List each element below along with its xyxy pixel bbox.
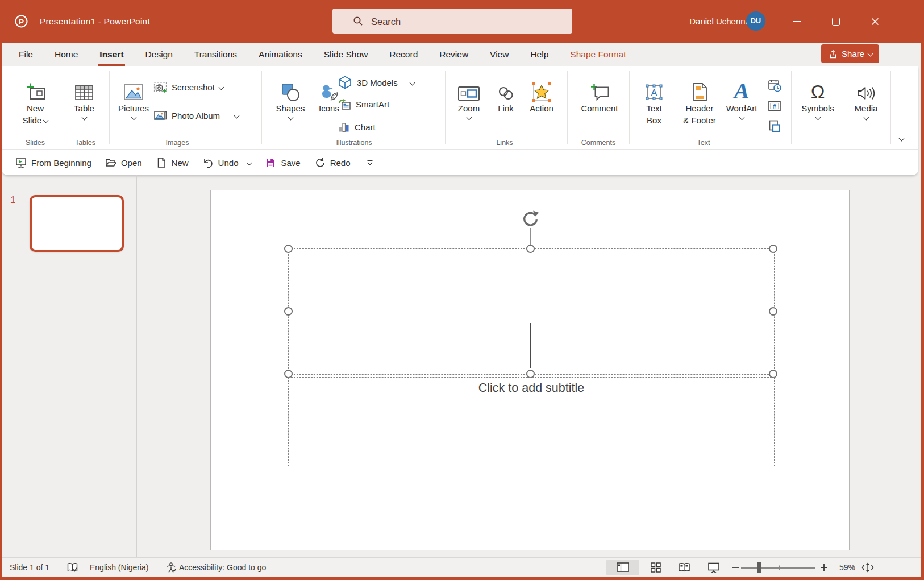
comment-icon: [589, 68, 610, 102]
tab-insert[interactable]: Insert: [99, 43, 123, 66]
avatar[interactable]: DU: [746, 11, 765, 31]
text-box-button[interactable]: A Text Box: [635, 68, 673, 138]
media-button[interactable]: Media: [849, 68, 883, 138]
3d-models-button[interactable]: 3D Models: [338, 74, 414, 91]
fit-slide-to-window-button[interactable]: [859, 560, 877, 575]
customize-qat-button[interactable]: [364, 157, 376, 168]
resize-handle-top-center[interactable]: [526, 245, 535, 253]
chevron-down-icon: [234, 113, 240, 118]
tab-help[interactable]: Help: [530, 43, 548, 66]
tab-shape-format[interactable]: Shape Format: [570, 43, 626, 66]
from-beginning-button[interactable]: From Beginning: [15, 157, 91, 168]
rotate-handle-icon[interactable]: [521, 210, 540, 229]
screenshot-button[interactable]: Screenshot: [153, 78, 223, 96]
header-footer-button[interactable]: Header & Footer: [676, 68, 723, 138]
normal-view-button[interactable]: [606, 560, 639, 575]
fit-to-window-icon: [861, 561, 874, 574]
slide-number-icon: #: [768, 100, 781, 112]
wordart-icon: A: [729, 68, 754, 102]
zoom-level[interactable]: 59%: [836, 558, 859, 577]
undo-button[interactable]: Undo: [202, 157, 252, 168]
tab-transitions[interactable]: Transitions: [194, 43, 237, 66]
zoom-in-button[interactable]: [816, 560, 832, 575]
chevron-down-icon: [288, 115, 293, 121]
user-name[interactable]: Daniel Uchenna: [689, 0, 750, 43]
share-icon: [828, 49, 838, 59]
resize-handle-middle-left[interactable]: [284, 307, 293, 316]
tab-view[interactable]: View: [490, 43, 509, 66]
search-input[interactable]: [370, 9, 560, 35]
slide-thumbnail[interactable]: [30, 195, 124, 252]
tab-review[interactable]: Review: [439, 43, 468, 66]
slide-number-button[interactable]: #: [766, 97, 783, 114]
reading-view-button[interactable]: [672, 560, 696, 575]
resize-handle-top-left[interactable]: [284, 245, 293, 253]
share-button[interactable]: Share: [821, 44, 879, 63]
accessibility-status[interactable]: Accessibility: Good to go: [179, 558, 266, 577]
symbols-button[interactable]: Ω Symbols: [800, 68, 836, 138]
wordart-button[interactable]: A WordArt: [722, 68, 761, 138]
group-separator: [567, 71, 568, 144]
search-box[interactable]: [332, 9, 572, 34]
slide-show-button[interactable]: [702, 560, 726, 575]
new-slide-button[interactable]: New Slide: [15, 68, 56, 138]
title-placeholder[interactable]: [288, 248, 775, 375]
tab-design[interactable]: Design: [145, 43, 173, 66]
group-label-tables: Tables: [48, 139, 122, 147]
save-button[interactable]: Save: [265, 157, 300, 168]
subtitle-placeholder[interactable]: Click to add subtitle: [288, 377, 775, 466]
spell-check-button[interactable]: [66, 558, 78, 577]
comment-button[interactable]: Comment: [579, 68, 620, 138]
accessibility-checker-button[interactable]: [165, 558, 177, 577]
icons-icon: [319, 68, 339, 102]
slide-sorter-view-button[interactable]: [644, 560, 668, 575]
pictures-icon: [123, 68, 144, 102]
minimize-button[interactable]: [784, 0, 810, 43]
slide-sorter-icon: [650, 562, 661, 573]
photo-album-icon: [153, 110, 167, 122]
chart-button[interactable]: Chart: [338, 118, 376, 135]
action-button[interactable]: Action: [524, 68, 559, 138]
new-button[interactable]: New: [156, 157, 189, 168]
chevron-down-icon: [739, 115, 744, 121]
zoom-button[interactable]: Zoom: [451, 68, 486, 138]
open-icon: [105, 157, 116, 168]
open-button[interactable]: Open: [105, 157, 142, 168]
minimize-icon: [793, 21, 801, 22]
chevron-down-icon: [81, 115, 87, 121]
chevron-down-icon: [466, 115, 472, 121]
smartart-icon: [338, 98, 351, 110]
tab-animations[interactable]: Animations: [259, 43, 302, 66]
new-file-icon: [156, 157, 167, 168]
tab-home[interactable]: Home: [55, 43, 78, 66]
normal-view-icon: [616, 562, 630, 573]
panel-divider[interactable]: [136, 175, 137, 557]
chevron-down-icon: [898, 135, 904, 141]
powerpoint-window: { "colors": { "titlebar_red": "#BE4A2B",…: [0, 0, 924, 580]
zoom-slider-detent: [777, 565, 782, 570]
resize-handle-middle-right[interactable]: [769, 307, 777, 316]
slide-indicator[interactable]: Slide 1 of 1: [10, 558, 49, 577]
collapse-ribbon-button[interactable]: [894, 131, 909, 145]
chart-icon: [338, 121, 350, 133]
object-button[interactable]: [766, 118, 783, 135]
date-time-button[interactable]: [766, 77, 783, 94]
tab-file[interactable]: File: [19, 43, 33, 66]
redo-button[interactable]: Redo: [314, 157, 351, 168]
table-button[interactable]: Table: [64, 68, 105, 138]
group-separator: [890, 71, 891, 144]
photo-album-button[interactable]: Photo Album: [153, 107, 239, 124]
shapes-button[interactable]: Shapes: [272, 68, 309, 138]
link-button[interactable]: Link: [490, 68, 522, 138]
zoom-slider-thumb[interactable]: [757, 562, 761, 573]
smartart-button[interactable]: SmartArt: [338, 96, 389, 113]
maximize-button[interactable]: [823, 0, 849, 43]
pictures-button[interactable]: Pictures: [111, 68, 156, 138]
tab-record[interactable]: Record: [389, 43, 418, 66]
resize-handle-top-right[interactable]: [769, 245, 777, 253]
language-indicator[interactable]: English (Nigeria): [90, 558, 148, 577]
redo-icon: [314, 157, 326, 168]
close-button[interactable]: [862, 0, 888, 43]
tab-slide-show[interactable]: Slide Show: [324, 43, 368, 66]
svg-text:A: A: [651, 88, 657, 98]
